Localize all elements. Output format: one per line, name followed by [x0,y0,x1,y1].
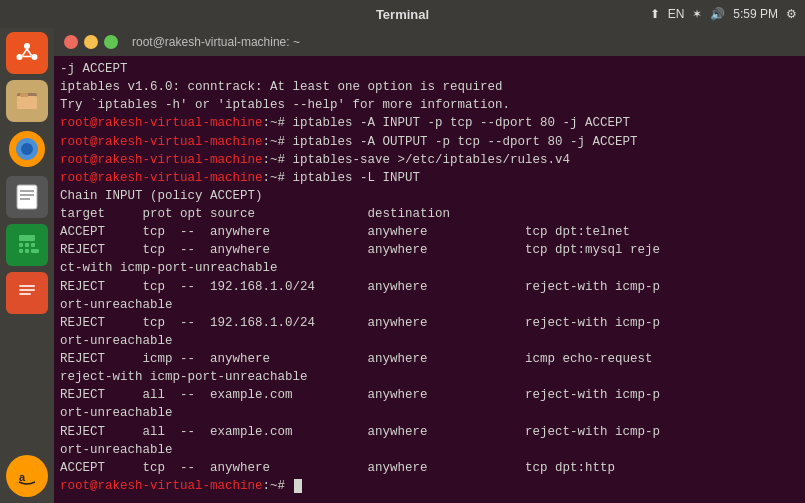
svg-rect-27 [19,289,35,291]
svg-rect-19 [19,243,23,247]
sidebar-icon-texteditor[interactable] [6,176,48,218]
terminal-line: iptables v1.6.0: conntrack: At least one… [60,78,799,96]
svg-rect-8 [17,96,37,109]
terminal-prompt-line: root@rakesh-virtual-machine:~# [60,477,799,495]
terminal-line: Try `iptables -h' or 'iptables --help' f… [60,96,799,114]
svg-rect-9 [20,93,28,97]
top-bar-title: Terminal [376,7,429,22]
svg-rect-22 [19,249,23,253]
terminal-titlebar: root@rakesh-virtual-machine: ~ [54,28,805,56]
settings-icon[interactable]: ⚙ [786,7,797,21]
sidebar-icon-docs[interactable] [6,272,48,314]
svg-rect-26 [19,285,35,287]
minimize-button[interactable] [84,35,98,49]
sidebar-icon-files[interactable] [6,80,48,122]
terminal-line: ACCEPT tcp -- anywhere anywhere tcp dpt:… [60,223,799,241]
keyboard-layout[interactable]: EN [668,7,685,21]
sidebar-icon-calc[interactable] [6,224,48,266]
svg-point-3 [17,54,23,60]
terminal-title: root@rakesh-virtual-machine: ~ [132,35,300,49]
terminal-line: reject-with icmp-port-unreachable [60,368,799,386]
svg-rect-28 [19,293,31,295]
terminal-line: REJECT tcp -- 192.168.1.0/24 anywhere re… [60,314,799,332]
keyboard-icon[interactable]: ⬆ [650,7,660,21]
terminal-body[interactable]: -j ACCEPT iptables v1.6.0: conntrack: At… [54,56,805,503]
terminal-window: root@rakesh-virtual-machine: ~ -j ACCEPT… [54,28,805,503]
svg-rect-20 [25,243,29,247]
terminal-line: REJECT icmp -- anywhere anywhere icmp ec… [60,350,799,368]
terminal-line: target prot opt source destination [60,205,799,223]
terminal-line: REJECT tcp -- anywhere anywhere tcp dpt:… [60,241,799,259]
bluetooth-icon: ✶ [692,7,702,21]
sidebar-icon-amazon[interactable]: a [6,455,48,497]
terminal-line: ort-unreachable [60,441,799,459]
svg-point-2 [32,54,38,60]
terminal-line: REJECT all -- example.com anywhere rejec… [60,386,799,404]
terminal-line: ort-unreachable [60,296,799,314]
svg-rect-18 [19,235,35,241]
top-system-bar: Terminal ⬆ EN ✶ 🔊 5:59 PM ⚙ [0,0,805,28]
clock: 5:59 PM [733,7,778,21]
sidebar: a [0,28,54,503]
terminal-line: ort-unreachable [60,332,799,350]
terminal-line: root@rakesh-virtual-machine:~# iptables … [60,114,799,132]
svg-point-1 [24,43,30,49]
svg-rect-21 [31,243,35,247]
volume-icon: 🔊 [710,7,725,21]
top-bar-right: ⬆ EN ✶ 🔊 5:59 PM ⚙ [650,7,797,21]
terminal-line: REJECT all -- example.com anywhere rejec… [60,423,799,441]
terminal-line: root@rakesh-virtual-machine:~# iptables … [60,133,799,151]
terminal-line: root@rakesh-virtual-machine:~# iptables-… [60,151,799,169]
terminal-line: ct-with icmp-port-unreachable [60,259,799,277]
terminal-line: REJECT tcp -- 192.168.1.0/24 anywhere re… [60,278,799,296]
svg-rect-13 [17,185,37,209]
svg-rect-24 [31,249,39,253]
svg-rect-23 [25,249,29,253]
svg-text:a: a [19,471,26,483]
terminal-line: Chain INPUT (policy ACCEPT) [60,187,799,205]
svg-point-12 [21,143,33,155]
terminal-line: ort-unreachable [60,404,799,422]
maximize-button[interactable] [104,35,118,49]
terminal-cursor [294,479,302,493]
close-button[interactable] [64,35,78,49]
sidebar-icon-ubuntu[interactable] [6,32,48,74]
terminal-line: ACCEPT tcp -- anywhere anywhere tcp dpt:… [60,459,799,477]
terminal-line: -j ACCEPT [60,60,799,78]
terminal-line: root@rakesh-virtual-machine:~# iptables … [60,169,799,187]
svg-point-29 [14,463,40,489]
sidebar-icon-firefox[interactable] [6,128,48,170]
